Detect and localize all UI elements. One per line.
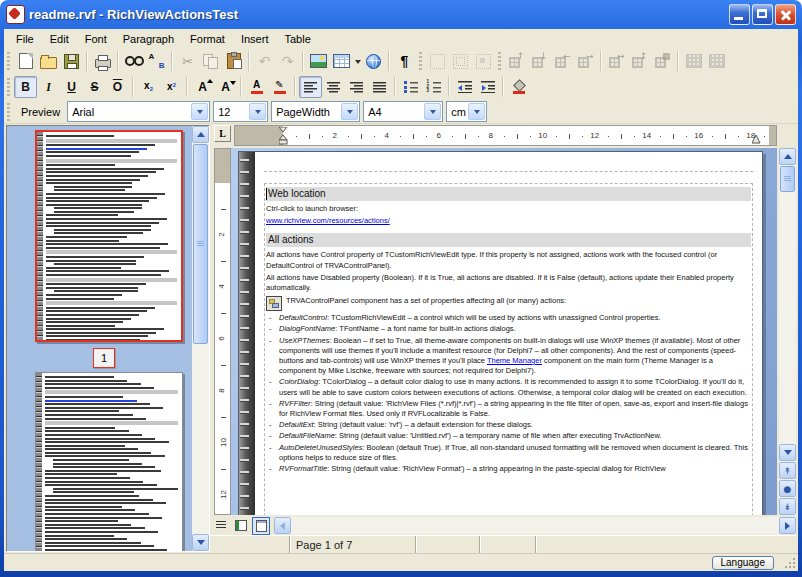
page-layout-view-button[interactable] <box>252 517 270 535</box>
toolbar-grip[interactable] <box>498 52 501 70</box>
underline-icon: U <box>67 81 76 93</box>
language-button[interactable]: Language <box>712 556 775 570</box>
menu-table[interactable]: Table <box>276 31 318 47</box>
select-browse-object-button[interactable]: ● <box>779 480 796 497</box>
overline-button[interactable]: O <box>106 76 129 98</box>
units-value: cm <box>451 106 466 118</box>
show-paragraph-marks-button[interactable]: ¶ <box>393 50 416 72</box>
font-color-button[interactable]: A <box>245 76 268 98</box>
document-vscrollbar[interactable]: ↟ ● ↡ <box>779 148 796 515</box>
fill-color-button[interactable] <box>507 76 530 98</box>
toolbar-grip[interactable] <box>7 103 10 121</box>
status-panel <box>210 536 290 554</box>
scroll-up-icon[interactable] <box>192 126 209 143</box>
menu-paragraph[interactable]: Paragraph <box>115 31 182 47</box>
scrollbar-thumb[interactable] <box>193 144 208 344</box>
save-button[interactable] <box>60 50 83 72</box>
toolbar-grip[interactable] <box>7 78 10 96</box>
menu-format[interactable]: Format <box>182 31 233 47</box>
ruler-number: 10 <box>538 131 547 140</box>
insert-table-dropdown[interactable] <box>353 50 362 72</box>
scroll-right-icon[interactable] <box>779 517 796 534</box>
menu-file[interactable]: File <box>8 31 42 47</box>
italic-button[interactable]: I <box>37 76 60 98</box>
scroll-down-icon[interactable] <box>192 534 209 551</box>
units-combo[interactable]: cm <box>446 101 487 122</box>
cell-shading-button-2 <box>705 50 728 72</box>
scroll-down-icon[interactable] <box>779 444 796 461</box>
doc-hyperlink[interactable]: www.richview.com/resources/actions/ <box>266 216 390 225</box>
bold-button[interactable]: B <box>14 76 37 98</box>
zoom-combo[interactable]: PageWidth <box>271 101 360 122</box>
toolbar-grip[interactable] <box>7 52 10 70</box>
scroll-left-icon[interactable] <box>274 517 291 534</box>
scrollbar-thumb[interactable] <box>780 166 795 192</box>
open-file-button[interactable] <box>37 50 60 72</box>
increase-indent-button[interactable] <box>476 76 499 98</box>
resize-grip[interactable] <box>784 557 796 569</box>
paper-size-combo[interactable]: A4 <box>363 101 443 122</box>
document-canvas[interactable]: Web location Ctrl-click to launch browse… <box>231 148 777 515</box>
title-bar[interactable]: readme.rvf - RichViewActionsTest <box>0 0 802 29</box>
ruler-number: 18 <box>746 131 755 140</box>
menu-edit[interactable]: Edit <box>42 31 77 47</box>
ruler-tick <box>660 136 661 137</box>
maximize-icon[interactable] <box>752 4 773 25</box>
horizontal-ruler[interactable]: 24681012141618 <box>234 125 777 146</box>
menu-insert[interactable]: Insert <box>233 31 277 47</box>
grow-font-button[interactable]: A <box>191 76 214 98</box>
page-thumbnail-2[interactable] <box>35 372 183 551</box>
page-thumbnail-1[interactable] <box>35 130 183 342</box>
shrink-font-button[interactable]: A <box>214 76 237 98</box>
bullet-list-button[interactable] <box>399 76 422 98</box>
tab-selector-button[interactable]: L <box>214 125 231 142</box>
doc-hyperlink[interactable]: Theme Manager <box>487 356 542 365</box>
combo-arrow-icon[interactable] <box>341 103 358 120</box>
insert-table-button[interactable] <box>330 50 353 72</box>
align-left-button[interactable] <box>299 76 322 98</box>
combo-arrow-icon[interactable] <box>468 103 485 120</box>
ruler-tick <box>221 313 226 314</box>
document-hscrollbar[interactable] <box>274 517 796 534</box>
text-highlight-button[interactable]: ✎ <box>268 76 291 98</box>
subscript-button[interactable]: x2 <box>137 76 160 98</box>
document-page[interactable]: Web location Ctrl-click to launch browse… <box>238 151 763 515</box>
numbered-list-button[interactable] <box>422 76 445 98</box>
find-button[interactable] <box>122 50 145 72</box>
page-info: Page 1 of 7 <box>290 536 416 554</box>
align-center-button[interactable] <box>322 76 345 98</box>
ruler-number: 6 <box>217 336 226 340</box>
indent-markers-icon[interactable] <box>279 127 288 146</box>
combo-arrow-icon[interactable] <box>424 103 441 120</box>
font-size-combo[interactable]: 12 <box>213 101 268 122</box>
justify-button[interactable] <box>368 76 391 98</box>
align-right-button[interactable] <box>345 76 368 98</box>
insert-hyperlink-button[interactable] <box>362 50 385 72</box>
underline-button[interactable]: U <box>60 76 83 98</box>
paste-button[interactable] <box>222 50 245 72</box>
minimize-icon[interactable] <box>729 4 750 25</box>
next-page-button[interactable]: ↡ <box>779 498 796 515</box>
strikethrough-button[interactable]: S <box>83 76 106 98</box>
normal-view-button[interactable] <box>212 517 230 535</box>
toolbar-grip[interactable] <box>419 52 422 70</box>
ruler-number: 12 <box>590 131 599 140</box>
superscript-button[interactable]: x2 <box>160 76 183 98</box>
combo-arrow-icon[interactable] <box>249 103 266 120</box>
insert-picture-button[interactable] <box>307 50 330 72</box>
combo-arrow-icon[interactable] <box>191 103 208 120</box>
print-button[interactable] <box>91 50 114 72</box>
font-name-combo[interactable]: Arial <box>67 101 210 122</box>
menu-font[interactable]: Font <box>77 31 115 47</box>
replace-button[interactable] <box>145 50 168 72</box>
vertical-ruler[interactable]: 2468101214 <box>214 148 231 515</box>
web-view-button[interactable] <box>232 517 250 535</box>
document-content[interactable]: Web location Ctrl-click to launch browse… <box>266 187 751 475</box>
scroll-up-icon[interactable] <box>779 148 796 165</box>
thumbnail-scrollbar[interactable] <box>192 126 209 551</box>
close-icon[interactable] <box>775 4 796 25</box>
decrease-indent-button[interactable] <box>453 76 476 98</box>
preview-button[interactable]: Preview <box>14 103 67 121</box>
previous-page-button[interactable]: ↟ <box>779 462 796 479</box>
new-document-button[interactable] <box>14 50 37 72</box>
